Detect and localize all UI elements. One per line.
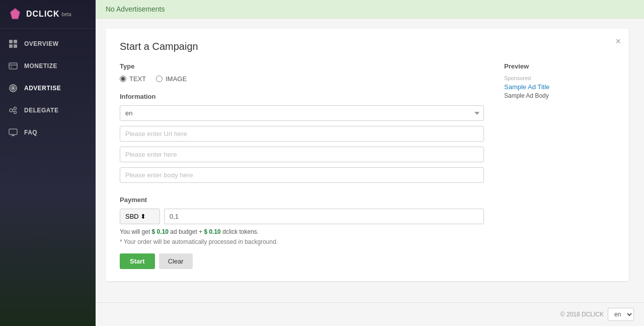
footer: © 2018 DCLICK en ko: [96, 302, 644, 326]
card-title: Start a Campaign: [120, 41, 615, 52]
type-row: TEXT IMAGE: [120, 75, 484, 83]
budget-mid: ad budget +: [170, 228, 202, 235]
type-label: Type: [120, 62, 484, 70]
payment-row: SBD ⬍ STEEM: [120, 209, 484, 224]
sidebar: DCLICK beta OVERVIEW: [0, 0, 96, 326]
btn-row: Start Clear: [120, 253, 484, 269]
svg-point-13: [14, 107, 17, 110]
body-input[interactable]: [120, 167, 484, 183]
delegate-icon: [8, 105, 18, 115]
svg-rect-3: [14, 40, 17, 43]
type-image-label: IMAGE: [166, 75, 187, 83]
sidebar-item-monetize[interactable]: MONETIZE: [0, 55, 96, 77]
svg-rect-2: [9, 40, 13, 43]
budget-amount1: $ 0.10: [152, 228, 169, 235]
svg-rect-6: [9, 63, 17, 69]
clear-button[interactable]: Clear: [159, 253, 193, 269]
svg-rect-17: [9, 129, 17, 135]
type-text-input[interactable]: [120, 76, 126, 82]
card-left: Type TEXT IMAGE: [120, 62, 484, 269]
type-image-input[interactable]: [156, 76, 163, 82]
order-note: * Your order will be automatically proce…: [120, 238, 484, 245]
type-text-radio[interactable]: TEXT: [120, 75, 146, 83]
url-input[interactable]: [120, 126, 484, 142]
top-banner: No Advertisements: [96, 0, 644, 19]
dclick-logo-icon: [8, 7, 22, 21]
footer-language-select[interactable]: en ko: [608, 308, 634, 321]
svg-line-16: [13, 111, 14, 112]
campaign-card: Start a Campaign × Type TEXT: [106, 29, 629, 281]
grid-icon: [8, 39, 18, 49]
sidebar-item-delegate[interactable]: DELEGATE: [0, 99, 96, 121]
sidebar-nav: OVERVIEW MONETIZE ADVERTISE: [0, 29, 96, 326]
close-button[interactable]: ×: [615, 37, 621, 46]
sidebar-item-overview[interactable]: OVERVIEW: [0, 33, 96, 55]
payment-section: Payment SBD ⬍ STEEM You will get $ 0: [120, 196, 484, 269]
sidebar-item-faq[interactable]: FAQ: [0, 121, 96, 144]
svg-point-14: [14, 111, 17, 114]
delegate-label: DELEGATE: [24, 107, 58, 114]
overview-label: OVERVIEW: [24, 40, 58, 47]
logo-beta: beta: [61, 12, 71, 17]
banner-text: No Advertisements: [106, 5, 165, 13]
card-columns: Type TEXT IMAGE: [120, 62, 615, 269]
payment-label: Payment: [120, 196, 484, 204]
language-select[interactable]: en ko zh ja: [120, 105, 484, 121]
footer-copyright: © 2018 DCLICK: [560, 311, 604, 318]
type-image-radio[interactable]: IMAGE: [156, 75, 187, 83]
preview-label: Preview: [504, 62, 615, 70]
start-button[interactable]: Start: [120, 253, 155, 269]
currency-select[interactable]: SBD ⬍ STEEM: [120, 209, 160, 224]
svg-point-11: [13, 88, 14, 89]
svg-point-12: [10, 109, 13, 112]
preview-ad-body: Sample Ad Body: [504, 92, 615, 99]
budget-suffix: dclick tokens.: [222, 228, 259, 235]
preview-ad-title: Sample Ad Title: [504, 83, 615, 91]
monetize-label: MONETIZE: [24, 62, 57, 70]
amount-input[interactable]: [164, 209, 484, 224]
logo-text: DCLICK: [26, 10, 59, 19]
sponsored-tag: Sponsored: [504, 75, 615, 81]
budget-prefix: You will get: [120, 228, 150, 235]
title-input[interactable]: [120, 147, 484, 162]
logo-container: DCLICK beta: [0, 0, 96, 29]
type-text-label: TEXT: [129, 75, 146, 83]
page-body: Start a Campaign × Type TEXT: [96, 19, 644, 302]
creditcard-icon: [8, 61, 18, 71]
info-label: Information: [120, 93, 484, 100]
information-section: Information en ko zh ja: [120, 93, 484, 188]
sidebar-item-advertise[interactable]: ADVERTISE: [0, 77, 96, 99]
budget-info: You will get $ 0.10 ad budget + $ 0.10 d…: [120, 228, 484, 235]
faq-label: FAQ: [24, 129, 37, 136]
svg-rect-4: [9, 44, 13, 48]
svg-line-15: [13, 109, 14, 110]
main-content: No Advertisements Start a Campaign × Typ…: [96, 0, 644, 326]
advertise-label: ADVERTISE: [24, 85, 61, 92]
card-right: Preview Sponsored Sample Ad Title Sample…: [504, 62, 615, 269]
budget-amount2: $ 0.10: [204, 228, 220, 235]
target-icon: [8, 83, 18, 93]
chat-icon: [8, 127, 18, 138]
svg-rect-5: [14, 44, 17, 48]
